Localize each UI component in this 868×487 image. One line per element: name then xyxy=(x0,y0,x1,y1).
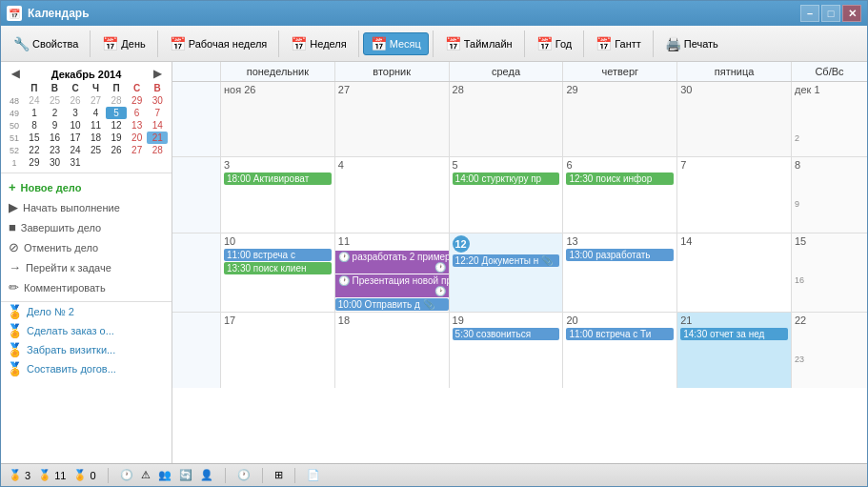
cal-day-20[interactable]: 20 11:00 встреча с Ти xyxy=(562,313,676,388)
cal-event[interactable]: 12:30 поиск инфор xyxy=(566,172,674,185)
mini-day[interactable]: 15 xyxy=(24,132,45,144)
cal-day-12[interactable]: 12 12:20 Документы н 📎 xyxy=(449,233,563,312)
mini-day[interactable]: 13 xyxy=(127,119,148,132)
gantt-button[interactable]: 📅 Гантт xyxy=(588,32,649,55)
cal-day-11[interactable]: 11 🕐 разработать 2 примера дизайна 🕐 🕐 П… xyxy=(334,233,449,312)
mini-day[interactable]: 22 xyxy=(24,144,45,156)
task-item-4[interactable]: 🏅 Составить догов... xyxy=(1,359,172,378)
mini-day[interactable]: 30 xyxy=(45,156,66,169)
task-item-3[interactable]: 🏅 Забрать визитки... xyxy=(1,340,172,359)
cal-day-17[interactable]: 17 xyxy=(220,313,334,388)
timeline-button[interactable]: 📅 Таймлайн xyxy=(437,32,520,55)
mini-day[interactable]: 25 xyxy=(86,144,107,156)
mini-day-today[interactable]: 5 xyxy=(106,107,127,119)
cal-day-4[interactable]: 4 xyxy=(334,157,449,232)
mini-day[interactable]: 24 xyxy=(24,94,45,107)
mini-day[interactable]: 29 xyxy=(127,94,148,107)
cal-event[interactable]: 13:00 разработать xyxy=(566,249,674,261)
cal-day-22-23[interactable]: 22 23 xyxy=(791,313,867,388)
day-button[interactable]: 📅 День xyxy=(94,32,152,55)
mini-day[interactable] xyxy=(147,156,168,169)
year-button[interactable]: 📅 Год xyxy=(529,32,580,55)
mini-day-selected[interactable]: 21 xyxy=(147,132,168,144)
task-item-2[interactable]: 🏅 Сделать заказ о... xyxy=(1,321,172,340)
mini-day[interactable]: 11 xyxy=(86,119,107,132)
mini-day[interactable]: 28 xyxy=(147,144,168,156)
goto-action[interactable]: → Перейти к задаче xyxy=(5,257,168,277)
mini-day[interactable]: 3 xyxy=(65,107,86,119)
mini-day[interactable]: 2 xyxy=(45,107,66,119)
maximize-button[interactable]: □ xyxy=(821,5,840,22)
cal-event[interactable]: 18:00 Активироват xyxy=(224,172,332,185)
cal-day-21[interactable]: 21 14:30 отчет за нед xyxy=(676,313,791,388)
mini-day[interactable] xyxy=(106,156,127,169)
cal-event[interactable]: 12:20 Документы н 📎 xyxy=(453,254,560,267)
cal-day-5[interactable]: 5 14:00 стуркткуру пр xyxy=(449,157,563,232)
cal-event[interactable]: 11:00 встреча с Ти xyxy=(566,328,674,340)
mini-day[interactable]: 28 xyxy=(106,94,127,107)
close-button[interactable]: ✕ xyxy=(842,5,861,22)
mini-day[interactable] xyxy=(127,156,148,169)
new-task-action[interactable]: + Новое дело xyxy=(5,177,168,197)
cal-day-6[interactable]: 6 12:30 поиск инфор xyxy=(562,157,676,232)
cal-event-multi-1[interactable]: 🕐 разработать 2 примера дизайна 🕐 xyxy=(335,251,449,274)
mini-day[interactable]: 17 xyxy=(65,132,86,144)
mini-day[interactable]: 14 xyxy=(147,119,168,132)
mini-day[interactable]: 10 xyxy=(65,119,86,132)
cal-day-19[interactable]: 19 5:30 созвониться xyxy=(449,313,563,388)
cal-day-3[interactable]: 3 18:00 Активироват xyxy=(220,157,334,232)
cal-event[interactable]: 10:00 Отправить д 📎 xyxy=(335,298,449,311)
workweek-button[interactable]: 📅 Рабочая неделя xyxy=(162,32,275,55)
mini-day[interactable]: 4 xyxy=(86,107,107,119)
finish-action[interactable]: ■ Завершить дело xyxy=(5,217,168,237)
cal-day-13[interactable]: 13 13:00 разработать xyxy=(562,233,676,312)
prev-month-button[interactable]: ◀ xyxy=(9,68,22,80)
cal-day-15-16[interactable]: 15 16 xyxy=(791,233,867,312)
cal-day-nov26[interactable]: ноя 26 xyxy=(220,82,334,156)
mini-day[interactable]: 18 xyxy=(86,132,107,144)
mini-day[interactable]: 12 xyxy=(106,119,127,132)
cal-event[interactable]: 14:30 отчет за нед xyxy=(680,328,788,340)
cal-event[interactable]: 5:30 созвониться xyxy=(453,328,560,340)
mini-day[interactable]: 26 xyxy=(106,144,127,156)
mini-day[interactable]: 19 xyxy=(106,132,127,144)
cal-day-14[interactable]: 14 xyxy=(676,233,791,312)
cal-day-dec1[interactable]: дек 1 2 xyxy=(791,82,867,156)
cal-event[interactable]: 14:00 стуркткуру пр xyxy=(453,172,560,185)
cal-day-10[interactable]: 10 11:00 встреча с 13:30 поиск клиен xyxy=(220,233,334,312)
mini-day[interactable]: 24 xyxy=(65,144,86,156)
mini-day[interactable]: 16 xyxy=(45,132,66,144)
cancel-action[interactable]: ⊘ Отменить дело xyxy=(5,237,168,257)
mini-day[interactable]: 30 xyxy=(147,94,168,107)
comment-action[interactable]: ✏ Комментировать xyxy=(5,277,168,297)
cal-event[interactable]: 11:00 встреча с xyxy=(224,249,332,261)
properties-button[interactable]: 🔧 Свойства xyxy=(6,32,86,55)
mini-day[interactable]: 6 xyxy=(127,107,148,119)
cal-day-8-9[interactable]: 8 9 xyxy=(791,157,867,232)
mini-day[interactable]: 1 xyxy=(24,107,45,119)
cal-event-multi-2[interactable]: 🕐 Презентация новой продукции 🕑 xyxy=(335,274,449,297)
mini-day[interactable]: 25 xyxy=(45,94,66,107)
mini-day[interactable]: 20 xyxy=(127,132,148,144)
cal-event[interactable]: 13:30 поиск клиен xyxy=(224,262,332,274)
mini-day[interactable]: 9 xyxy=(45,119,66,132)
mini-day[interactable]: 29 xyxy=(24,156,45,169)
cal-day-nov28[interactable]: 28 xyxy=(449,82,563,156)
mini-day[interactable]: 23 xyxy=(45,144,66,156)
minimize-button[interactable]: – xyxy=(800,5,819,22)
month-button[interactable]: 📅 Месяц xyxy=(363,32,429,55)
print-button[interactable]: 🖨️ Печать xyxy=(657,32,726,55)
mini-day[interactable] xyxy=(86,156,107,169)
mini-day[interactable]: 31 xyxy=(65,156,86,169)
mini-day[interactable]: 8 xyxy=(24,119,45,132)
mini-day[interactable]: 7 xyxy=(147,107,168,119)
cal-day-nov29[interactable]: 29 xyxy=(562,82,676,156)
cal-day-18[interactable]: 18 xyxy=(334,313,449,388)
start-action[interactable]: ▶ Начать выполнение xyxy=(5,197,168,217)
cal-day-nov27[interactable]: 27 xyxy=(334,82,449,156)
week-button[interactable]: 📅 Неделя xyxy=(283,32,353,55)
task-item-1[interactable]: 🏅 Дело № 2 xyxy=(1,302,172,321)
cal-day-nov30[interactable]: 30 xyxy=(676,82,791,156)
mini-day[interactable]: 27 xyxy=(86,94,107,107)
cal-day-7[interactable]: 7 xyxy=(676,157,791,232)
